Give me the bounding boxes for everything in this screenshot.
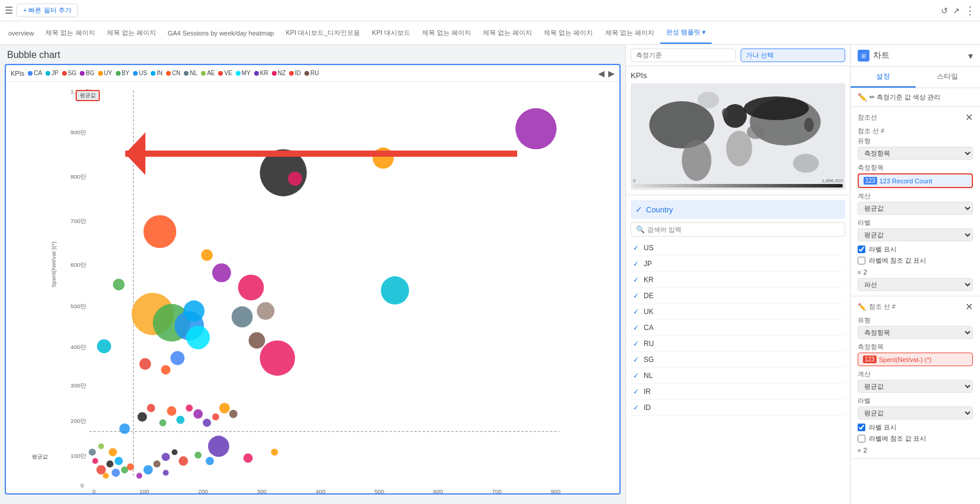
tab-template[interactable]: 완성 템플릿 ▾ xyxy=(660,22,712,44)
search-input[interactable] xyxy=(647,226,840,233)
svg-text:400: 400 xyxy=(316,488,326,493)
svg-text:0: 0 xyxy=(92,488,96,493)
svg-point-30 xyxy=(381,276,409,305)
svg-text:100: 100 xyxy=(139,488,150,493)
more-icon[interactable]: ⋮ xyxy=(965,4,975,17)
dim-item-uk[interactable]: ✓ UK xyxy=(631,304,845,320)
menu-icon[interactable]: ☰ xyxy=(5,5,13,16)
svg-point-38 xyxy=(515,108,557,150)
svg-point-71 xyxy=(97,339,111,353)
dim-item-de[interactable]: ✓ DE xyxy=(631,288,845,304)
svg-point-49 xyxy=(154,460,161,467)
svg-text:100만: 100만 xyxy=(70,453,86,459)
legend-id: ID xyxy=(289,70,301,76)
share-icon[interactable]: ↗ xyxy=(953,6,960,15)
svg-point-68 xyxy=(201,249,213,261)
tab-kpi-design[interactable]: KPI 대시보드_디자인모음 xyxy=(280,22,366,43)
check-icon: ✓ xyxy=(635,205,642,214)
svg-point-35 xyxy=(183,301,205,322)
metric-chip-spent[interactable]: 123 Spent(Net/vat-) (*) xyxy=(858,353,973,366)
search-box[interactable]: 🔍 xyxy=(631,222,845,237)
label-select-1[interactable]: 평균값 xyxy=(858,228,973,241)
svg-point-40 xyxy=(106,460,113,467)
settings-title: 차트 xyxy=(873,50,890,61)
tab-page2[interactable]: 제목 없는 페이지 xyxy=(101,22,162,43)
svg-point-67 xyxy=(288,172,302,186)
dim-item-nl[interactable]: ✓ NL xyxy=(631,368,845,384)
dimension-header[interactable]: ✓ Country xyxy=(631,200,845,219)
legend-ca: CA xyxy=(28,70,42,76)
partition-select[interactable]: 파선 xyxy=(858,278,973,291)
tab-ga4[interactable]: GA4 Sessions by week/day heatmap xyxy=(162,24,280,43)
ref-delete-icon2[interactable]: ✕ xyxy=(965,301,973,312)
dim-item-kr[interactable]: ✓ KR xyxy=(631,272,845,288)
tab-page3[interactable]: 제목 없는 페이지 xyxy=(416,22,477,43)
svg-point-32 xyxy=(232,306,253,328)
collapse-icon[interactable]: ▾ xyxy=(968,50,973,62)
svg-point-72 xyxy=(139,358,151,370)
calc-select-1[interactable]: 평균값 xyxy=(858,202,973,215)
tab-settings[interactable]: 설정 xyxy=(851,67,916,88)
pencil-icon2: ✏️ xyxy=(858,303,867,311)
avg-label-bottom: 평균값 xyxy=(32,453,48,461)
dim-item-jp[interactable]: ✓ JP xyxy=(631,256,845,272)
svg-point-45 xyxy=(115,457,123,465)
show-label-cb-1[interactable] xyxy=(858,245,865,253)
dim-item-us[interactable]: ✓ US xyxy=(631,240,845,256)
tab-page5[interactable]: 제목 없는 페이지 xyxy=(538,22,599,43)
bubble-chart-svg: 1,000만 900만 800만 700만 600만 500만 400만 300… xyxy=(6,82,619,493)
svg-point-63 xyxy=(212,413,219,421)
search-icon: 🔍 xyxy=(636,225,645,234)
show-label-cb-2[interactable] xyxy=(858,424,865,431)
svg-text:700만: 700만 xyxy=(70,218,86,224)
show-ref-val-cb-2[interactable] xyxy=(858,435,865,442)
svg-point-89 xyxy=(744,96,809,120)
tab-page4[interactable]: 제목 없는 페이지 xyxy=(477,22,538,43)
dim-item-id[interactable]: ✓ ID xyxy=(631,400,845,416)
dim-item-ru[interactable]: ✓ RU xyxy=(631,336,845,352)
tab-overview[interactable]: overview xyxy=(2,24,40,43)
label-select-2[interactable]: 평균값 xyxy=(858,406,973,419)
svg-point-79 xyxy=(179,456,188,466)
svg-point-53 xyxy=(109,448,117,456)
svg-point-94 xyxy=(698,92,719,108)
svg-point-48 xyxy=(144,465,153,474)
refresh-icon[interactable]: ↺ xyxy=(941,6,948,15)
svg-point-26 xyxy=(144,215,177,248)
tab-kpi[interactable]: KPI 대시보드 xyxy=(366,22,416,43)
tab-page6[interactable]: 제목 없는 페이지 xyxy=(599,22,660,43)
legend-sg: SG xyxy=(62,70,76,76)
svg-point-42 xyxy=(103,473,109,479)
svg-text:700: 700 xyxy=(492,488,502,493)
ref-delete-icon[interactable]: ✕ xyxy=(965,112,973,123)
dim-item-sg[interactable]: ✓ SG xyxy=(631,352,845,368)
dim-item-ca[interactable]: ✓ CA xyxy=(631,320,845,336)
ref-type-select[interactable]: 측정항목 xyxy=(858,147,973,160)
dim-item-ir[interactable]: ✓ IR xyxy=(631,384,845,400)
show-ref-val-cb-1[interactable] xyxy=(858,257,865,264)
svg-point-41 xyxy=(112,469,120,477)
svg-point-64 xyxy=(219,403,230,413)
manage-color-btn[interactable]: ✏️ ✏ 측정기준 값 색상 관리 xyxy=(858,93,973,102)
legend-next[interactable]: ▶ xyxy=(608,69,615,78)
kpis-label: KPIs xyxy=(11,70,24,77)
svg-point-65 xyxy=(229,410,238,418)
ref-type-select2[interactable]: 측정항목 xyxy=(858,326,973,339)
legend-kr: KR xyxy=(254,70,268,76)
metric-chip-record[interactable]: 123 123 Record Count xyxy=(858,173,973,188)
tab-page1[interactable]: 제목 없는 페이지 xyxy=(40,22,100,43)
calc-select-2[interactable]: 평균값 xyxy=(858,380,973,393)
legend-prev[interactable]: ◀ xyxy=(598,69,605,78)
legend-us: US xyxy=(133,70,147,76)
svg-point-74 xyxy=(170,351,184,365)
svg-text:300: 300 xyxy=(257,488,267,493)
quick-filter-button[interactable]: + 빠른 필터 추가 xyxy=(17,4,78,17)
svg-point-69 xyxy=(257,302,275,320)
tab-style[interactable]: 스타일 xyxy=(916,67,981,88)
world-map: 0 1,896,910 xyxy=(631,83,845,190)
svg-text:900: 900 xyxy=(551,488,561,493)
svg-text:600만: 600만 xyxy=(70,261,86,268)
svg-point-75 xyxy=(244,453,253,463)
legend-jp: JP xyxy=(46,70,59,76)
svg-text:500만: 500만 xyxy=(70,303,86,309)
